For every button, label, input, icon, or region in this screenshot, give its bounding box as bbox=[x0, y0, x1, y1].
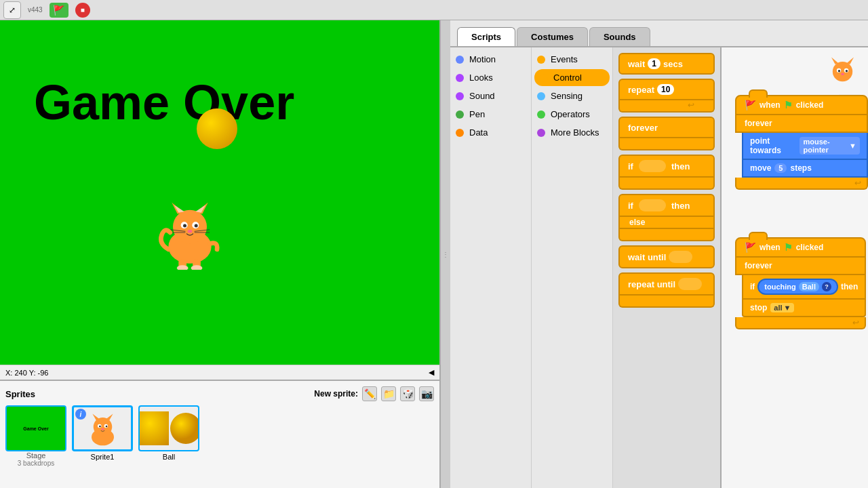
block-if-then: then bbox=[671, 161, 690, 171]
category-control[interactable]: Control bbox=[534, 69, 610, 86]
svg-point-35 bbox=[846, 70, 848, 72]
question-mark[interactable]: ? bbox=[822, 282, 831, 291]
category-events[interactable]: Events bbox=[532, 51, 612, 68]
svg-point-8 bbox=[183, 224, 186, 228]
coords-display: X: 240 Y: -96 bbox=[5, 369, 48, 377]
flag-button-top[interactable]: 🚩 bbox=[50, 3, 68, 18]
when-clicked-hat-1[interactable]: 🚩 when ⚑ clicked bbox=[735, 95, 868, 115]
stage-area: Game Over bbox=[0, 20, 439, 365]
category-sound[interactable]: Sound bbox=[450, 87, 531, 104]
block-if-bottom bbox=[618, 178, 715, 190]
hat-bump-1 bbox=[749, 89, 768, 98]
mouse-pointer-dropdown[interactable]: mouse-pointer ▼ bbox=[800, 137, 860, 155]
block-if-else-cond bbox=[639, 199, 666, 211]
block-wait-until-cond bbox=[669, 251, 692, 263]
block-repeat[interactable]: repeat 10 bbox=[618, 79, 715, 100]
stage-sprite-label: Stage bbox=[26, 451, 46, 460]
sensing-label: Sensing bbox=[551, 91, 583, 101]
categories-right: Events Control Sensing Operators More Bl… bbox=[532, 47, 613, 488]
block-forever-bottom bbox=[618, 138, 715, 150]
block-else-label: else bbox=[618, 217, 715, 229]
resize-handle[interactable]: ◀ bbox=[429, 368, 434, 377]
forever-block-1[interactable]: forever bbox=[735, 115, 868, 133]
stage-thumbnail[interactable]: Game Over bbox=[5, 405, 66, 451]
svg-marker-31 bbox=[846, 58, 854, 64]
block-repeat-label: repeat bbox=[628, 85, 654, 95]
move-steps-block[interactable]: move 5 steps bbox=[742, 160, 868, 178]
block-wait-label: wait bbox=[628, 59, 645, 69]
fullscreen-btn[interactable]: ⤢ bbox=[3, 1, 21, 19]
category-more-blocks[interactable]: More Blocks bbox=[532, 124, 612, 141]
block-wait-until[interactable]: wait until bbox=[618, 245, 715, 268]
hat-bump-2 bbox=[749, 232, 768, 240]
new-sprite-random-btn[interactable]: 🎲 bbox=[400, 386, 415, 401]
block-if[interactable]: if then bbox=[618, 155, 715, 178]
category-looks[interactable]: Looks bbox=[450, 69, 531, 86]
svg-marker-30 bbox=[831, 58, 839, 64]
sprite1-info-icon[interactable]: i bbox=[75, 409, 86, 420]
more-blocks-dot bbox=[537, 129, 545, 137]
data-label: Data bbox=[469, 127, 488, 138]
stop-dropdown[interactable]: all ▼ bbox=[770, 303, 794, 312]
new-sprite-camera-btn[interactable]: 📷 bbox=[419, 386, 434, 401]
category-data[interactable]: Data bbox=[450, 124, 531, 141]
category-pen[interactable]: Pen bbox=[450, 106, 531, 123]
when-clicked-hat-2[interactable]: 🚩 when ⚑ clicked bbox=[735, 237, 866, 258]
svg-point-26 bbox=[105, 425, 107, 427]
ball-thumbnail[interactable] bbox=[138, 405, 199, 451]
category-motion[interactable]: Motion bbox=[450, 51, 531, 68]
tab-sounds[interactable]: Sounds bbox=[589, 27, 650, 46]
svg-point-36 bbox=[841, 73, 844, 76]
data-dot bbox=[456, 129, 464, 137]
game-over-text: Game Over bbox=[34, 75, 294, 130]
new-sprite-label: New sprite: bbox=[314, 389, 358, 399]
sprites-panel: Sprites New sprite: ✏️ 📁 🎲 📷 Game Over bbox=[0, 380, 439, 488]
sprites-list: Game Over Stage 3 backdrops i bbox=[5, 405, 434, 467]
flag-icon-1: ⚑ bbox=[784, 100, 793, 110]
stage-sprite-item[interactable]: Game Over Stage 3 backdrops bbox=[5, 405, 66, 467]
pen-label: Pen bbox=[469, 109, 485, 119]
block-repeat-until-bottom bbox=[618, 296, 715, 308]
block-wait-suffix: secs bbox=[663, 59, 683, 69]
touching-ball-block[interactable]: touching Ball ? bbox=[757, 279, 838, 295]
category-operators[interactable]: Operators bbox=[532, 106, 612, 123]
new-sprite-paint-btn[interactable]: ✏️ bbox=[362, 386, 377, 401]
sprite1-thumbnail[interactable]: i bbox=[72, 405, 133, 451]
control-dot bbox=[540, 74, 548, 82]
block-forever-label: forever bbox=[628, 123, 658, 133]
svg-point-10 bbox=[188, 230, 193, 233]
new-sprite-file-btn[interactable]: 📁 bbox=[381, 386, 396, 401]
pen-dot bbox=[456, 110, 464, 119]
clicked-text-1: clicked bbox=[796, 100, 824, 110]
panel-resize-handle[interactable]: ⋮ bbox=[441, 20, 450, 488]
scripts-canvas[interactable]: x: 15 y: 0 🚩 when ⚑ clicked forev bbox=[722, 47, 868, 488]
block-forever[interactable]: forever bbox=[618, 117, 715, 138]
operators-dot bbox=[537, 110, 545, 119]
ball-sprite-item[interactable]: Ball bbox=[138, 405, 199, 461]
block-wait[interactable]: wait 1 secs bbox=[618, 53, 715, 75]
move-badge[interactable]: 5 bbox=[774, 163, 787, 173]
clicked-text-2: clicked bbox=[796, 243, 824, 252]
events-dot bbox=[537, 56, 545, 64]
block-repeat-until-cond bbox=[678, 278, 702, 290]
tab-costumes[interactable]: Costumes bbox=[517, 27, 588, 46]
category-sensing[interactable]: Sensing bbox=[532, 87, 612, 104]
right-panel: Scripts Costumes Sounds Motion Looks Sou… bbox=[450, 20, 868, 488]
point-towards-block[interactable]: point towards mouse-pointer ▼ bbox=[742, 133, 868, 160]
block-repeat-badge: 10 bbox=[657, 84, 674, 95]
stop-button-top[interactable]: ■ bbox=[75, 3, 90, 18]
block-repeat-until[interactable]: repeat until bbox=[618, 272, 715, 296]
motion-dot bbox=[456, 56, 464, 64]
block-if-else[interactable]: if then bbox=[618, 194, 715, 217]
control-label: Control bbox=[553, 73, 582, 83]
tab-scripts[interactable]: Scripts bbox=[457, 27, 515, 46]
sprite1-item[interactable]: i S bbox=[72, 405, 133, 461]
ball-dropdown[interactable]: Ball bbox=[799, 282, 819, 291]
if-touching-block[interactable]: if touching Ball ? then bbox=[742, 275, 866, 300]
when-text-2: when bbox=[760, 243, 781, 252]
stop-all-block[interactable]: stop all ▼ bbox=[742, 300, 866, 317]
stage-sprite-sublabel: 3 backdrops bbox=[18, 460, 54, 467]
sound-dot bbox=[456, 92, 464, 100]
forever-block-2[interactable]: forever bbox=[735, 258, 866, 275]
forever-end-2: ↩ bbox=[735, 317, 866, 329]
